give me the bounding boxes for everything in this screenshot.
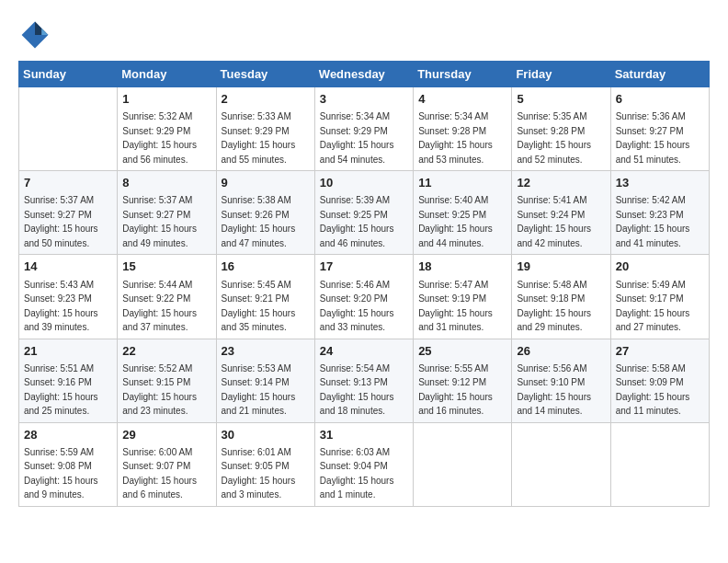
calendar-cell: 18Sunrise: 5:47 AM Sunset: 9:19 PM Dayli… bbox=[414, 255, 512, 339]
logo bbox=[18, 18, 57, 52]
day-number: 27 bbox=[616, 343, 704, 360]
day-info: Sunrise: 5:48 AM Sunset: 9:18 PM Dayligh… bbox=[517, 280, 591, 333]
day-number: 31 bbox=[320, 427, 408, 443]
weekday-header: Saturday bbox=[610, 62, 709, 87]
day-number: 18 bbox=[418, 259, 506, 275]
calendar-cell: 26Sunrise: 5:56 AM Sunset: 9:10 PM Dayli… bbox=[512, 339, 610, 422]
calendar-cell: 31Sunrise: 6:03 AM Sunset: 9:04 PM Dayli… bbox=[314, 422, 413, 506]
weekday-header-row: SundayMondayTuesdayWednesdayThursdayFrid… bbox=[19, 62, 710, 87]
calendar-week-row: 21Sunrise: 5:51 AM Sunset: 9:16 PM Dayli… bbox=[19, 339, 710, 422]
calendar-cell: 2Sunrise: 5:33 AM Sunset: 9:29 PM Daylig… bbox=[216, 87, 314, 171]
day-info: Sunrise: 5:43 AM Sunset: 9:23 PM Dayligh… bbox=[24, 280, 98, 333]
calendar-cell: 4Sunrise: 5:34 AM Sunset: 9:28 PM Daylig… bbox=[414, 87, 512, 171]
day-info: Sunrise: 5:54 AM Sunset: 9:13 PM Dayligh… bbox=[320, 363, 394, 417]
day-info: Sunrise: 5:40 AM Sunset: 9:25 PM Dayligh… bbox=[418, 195, 493, 248]
day-number: 21 bbox=[24, 343, 112, 360]
calendar-cell bbox=[610, 422, 709, 506]
day-info: Sunrise: 5:45 AM Sunset: 9:21 PM Dayligh… bbox=[222, 280, 296, 333]
calendar-cell: 24Sunrise: 5:54 AM Sunset: 9:13 PM Dayli… bbox=[314, 339, 413, 422]
day-number: 20 bbox=[616, 259, 704, 275]
svg-marker-2 bbox=[41, 29, 48, 35]
day-number: 14 bbox=[24, 259, 112, 275]
day-info: Sunrise: 5:58 AM Sunset: 9:09 PM Dayligh… bbox=[616, 363, 690, 417]
day-info: Sunrise: 5:47 AM Sunset: 9:19 PM Dayligh… bbox=[418, 280, 493, 333]
calendar-cell: 6Sunrise: 5:36 AM Sunset: 9:27 PM Daylig… bbox=[610, 87, 709, 171]
day-number: 15 bbox=[122, 259, 210, 275]
day-number: 19 bbox=[517, 259, 605, 275]
day-number: 6 bbox=[616, 91, 704, 108]
day-info: Sunrise: 5:59 AM Sunset: 9:08 PM Dayligh… bbox=[24, 447, 98, 500]
day-number: 17 bbox=[320, 259, 408, 275]
day-info: Sunrise: 6:03 AM Sunset: 9:04 PM Dayligh… bbox=[320, 447, 394, 500]
day-number: 9 bbox=[222, 175, 310, 191]
calendar-cell: 21Sunrise: 5:51 AM Sunset: 9:16 PM Dayli… bbox=[19, 339, 118, 422]
calendar-cell: 15Sunrise: 5:44 AM Sunset: 9:22 PM Dayli… bbox=[118, 255, 216, 339]
calendar-cell: 12Sunrise: 5:41 AM Sunset: 9:24 PM Dayli… bbox=[512, 171, 610, 255]
day-number: 11 bbox=[418, 175, 506, 191]
calendar-cell: 3Sunrise: 5:34 AM Sunset: 9:29 PM Daylig… bbox=[314, 87, 413, 171]
calendar-cell bbox=[512, 422, 610, 506]
calendar-cell: 9Sunrise: 5:38 AM Sunset: 9:26 PM Daylig… bbox=[216, 171, 314, 255]
calendar-week-row: 28Sunrise: 5:59 AM Sunset: 9:08 PM Dayli… bbox=[19, 422, 710, 506]
calendar-cell: 7Sunrise: 5:37 AM Sunset: 9:27 PM Daylig… bbox=[19, 171, 118, 255]
day-info: Sunrise: 5:37 AM Sunset: 9:27 PM Dayligh… bbox=[24, 195, 98, 248]
day-info: Sunrise: 5:53 AM Sunset: 9:14 PM Dayligh… bbox=[222, 363, 296, 417]
day-number: 23 bbox=[222, 343, 310, 360]
weekday-header: Wednesday bbox=[314, 62, 413, 87]
day-number: 16 bbox=[222, 259, 310, 275]
day-number: 22 bbox=[122, 343, 210, 360]
calendar-cell: 17Sunrise: 5:46 AM Sunset: 9:20 PM Dayli… bbox=[314, 255, 413, 339]
day-number: 7 bbox=[24, 175, 112, 191]
day-number: 3 bbox=[320, 91, 408, 108]
calendar-cell: 22Sunrise: 5:52 AM Sunset: 9:15 PM Dayli… bbox=[118, 339, 216, 422]
day-number: 29 bbox=[122, 427, 210, 443]
header bbox=[18, 18, 710, 52]
calendar-cell: 27Sunrise: 5:58 AM Sunset: 9:09 PM Dayli… bbox=[610, 339, 709, 422]
calendar-week-row: 1Sunrise: 5:32 AM Sunset: 9:29 PM Daylig… bbox=[19, 87, 710, 171]
logo-icon bbox=[18, 18, 51, 52]
weekday-header: Sunday bbox=[19, 62, 118, 87]
calendar-cell bbox=[19, 87, 118, 171]
calendar-cell: 25Sunrise: 5:55 AM Sunset: 9:12 PM Dayli… bbox=[414, 339, 512, 422]
day-number: 24 bbox=[320, 343, 408, 360]
calendar-cell: 1Sunrise: 5:32 AM Sunset: 9:29 PM Daylig… bbox=[118, 87, 216, 171]
day-number: 28 bbox=[24, 427, 112, 443]
day-number: 30 bbox=[222, 427, 310, 443]
day-number: 8 bbox=[122, 175, 210, 191]
calendar-cell: 30Sunrise: 6:01 AM Sunset: 9:05 PM Dayli… bbox=[216, 422, 314, 506]
day-info: Sunrise: 5:41 AM Sunset: 9:24 PM Dayligh… bbox=[517, 195, 591, 248]
day-number: 1 bbox=[122, 91, 210, 108]
day-info: Sunrise: 5:34 AM Sunset: 9:29 PM Dayligh… bbox=[320, 111, 394, 165]
day-number: 10 bbox=[320, 175, 408, 191]
day-info: Sunrise: 6:00 AM Sunset: 9:07 PM Dayligh… bbox=[122, 447, 197, 500]
calendar-cell: 5Sunrise: 5:35 AM Sunset: 9:28 PM Daylig… bbox=[512, 87, 610, 171]
calendar-week-row: 14Sunrise: 5:43 AM Sunset: 9:23 PM Dayli… bbox=[19, 255, 710, 339]
calendar-cell: 20Sunrise: 5:49 AM Sunset: 9:17 PM Dayli… bbox=[610, 255, 709, 339]
day-number: 26 bbox=[517, 343, 605, 360]
calendar-week-row: 7Sunrise: 5:37 AM Sunset: 9:27 PM Daylig… bbox=[19, 171, 710, 255]
weekday-header: Friday bbox=[512, 62, 610, 87]
day-info: Sunrise: 5:33 AM Sunset: 9:29 PM Dayligh… bbox=[222, 111, 296, 165]
day-info: Sunrise: 5:36 AM Sunset: 9:27 PM Dayligh… bbox=[616, 111, 690, 165]
day-info: Sunrise: 5:38 AM Sunset: 9:26 PM Dayligh… bbox=[222, 195, 296, 248]
weekday-header: Tuesday bbox=[216, 62, 314, 87]
day-info: Sunrise: 5:56 AM Sunset: 9:10 PM Dayligh… bbox=[517, 363, 591, 417]
calendar-cell: 11Sunrise: 5:40 AM Sunset: 9:25 PM Dayli… bbox=[414, 171, 512, 255]
day-info: Sunrise: 5:39 AM Sunset: 9:25 PM Dayligh… bbox=[320, 195, 394, 248]
calendar-cell: 28Sunrise: 5:59 AM Sunset: 9:08 PM Dayli… bbox=[19, 422, 118, 506]
day-info: Sunrise: 5:55 AM Sunset: 9:12 PM Dayligh… bbox=[418, 363, 493, 417]
day-number: 12 bbox=[517, 175, 605, 191]
day-info: Sunrise: 6:01 AM Sunset: 9:05 PM Dayligh… bbox=[222, 447, 296, 500]
day-number: 2 bbox=[222, 91, 310, 108]
calendar-cell: 10Sunrise: 5:39 AM Sunset: 9:25 PM Dayli… bbox=[314, 171, 413, 255]
day-number: 5 bbox=[517, 91, 605, 108]
calendar-cell: 16Sunrise: 5:45 AM Sunset: 9:21 PM Dayli… bbox=[216, 255, 314, 339]
day-info: Sunrise: 5:32 AM Sunset: 9:29 PM Dayligh… bbox=[122, 111, 197, 165]
day-info: Sunrise: 5:49 AM Sunset: 9:17 PM Dayligh… bbox=[616, 280, 690, 333]
calendar-cell: 13Sunrise: 5:42 AM Sunset: 9:23 PM Dayli… bbox=[610, 171, 709, 255]
day-number: 4 bbox=[418, 91, 506, 108]
calendar-table: SundayMondayTuesdayWednesdayThursdayFrid… bbox=[18, 61, 710, 507]
day-info: Sunrise: 5:51 AM Sunset: 9:16 PM Dayligh… bbox=[24, 363, 98, 417]
calendar-cell: 8Sunrise: 5:37 AM Sunset: 9:27 PM Daylig… bbox=[118, 171, 216, 255]
day-info: Sunrise: 5:44 AM Sunset: 9:22 PM Dayligh… bbox=[122, 280, 197, 333]
